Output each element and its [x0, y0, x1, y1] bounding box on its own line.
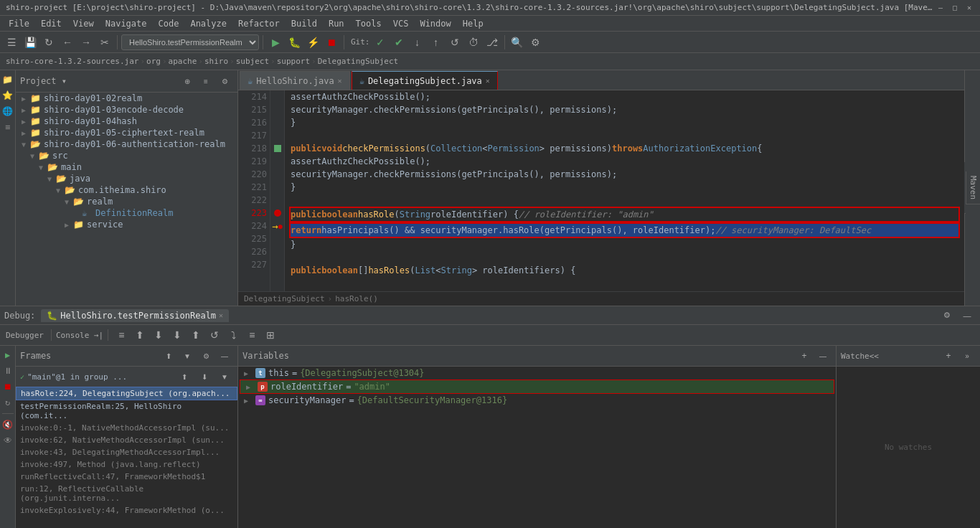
- variables-hide-btn[interactable]: —: [814, 347, 831, 364]
- bc-org[interactable]: org: [146, 57, 161, 66]
- thread-filter-btn[interactable]: ▼: [216, 368, 233, 385]
- menu-run[interactable]: Run: [323, 16, 350, 31]
- menu-tools[interactable]: Tools: [350, 16, 387, 31]
- thread-label[interactable]: "main"@1 in group ...: [27, 372, 127, 382]
- toolbar-forward-button[interactable]: →: [77, 34, 95, 51]
- bc-subject[interactable]: subject: [236, 57, 269, 66]
- debug-view-icon[interactable]: 👁: [1, 434, 14, 447]
- debug-button[interactable]: 🐛: [286, 34, 303, 51]
- tree-item-03encode[interactable]: ▶ 📁 shiro-day01-03encode-decode: [16, 104, 237, 116]
- git-revert-button[interactable]: ↺: [446, 34, 463, 51]
- run-button[interactable]: ▶: [267, 34, 284, 51]
- git-history-button[interactable]: ⏱: [465, 34, 482, 51]
- debug-step-out-btn[interactable]: ⬆: [187, 326, 204, 344]
- tree-item-06auth[interactable]: ▼ 📂 shiro-day01-06-authentication-realm: [16, 138, 237, 150]
- tab-helloshiro-close[interactable]: ✕: [338, 77, 342, 85]
- run-coverage-button[interactable]: ⚡: [304, 34, 321, 51]
- frame-item-hasrole[interactable]: hasRole:224, DelegatingSubject (org.apac…: [16, 387, 237, 400]
- stop-button[interactable]: ⏹: [323, 34, 340, 51]
- menu-navigate[interactable]: Navigate: [100, 16, 153, 31]
- menu-view[interactable]: View: [67, 16, 100, 31]
- search-button[interactable]: 🔍: [509, 34, 526, 51]
- frame-item-run12[interactable]: run:12, ReflectiveCallable (org.junit.in…: [16, 483, 237, 504]
- menu-build[interactable]: Build: [286, 16, 323, 31]
- frame-item-invoke497[interactable]: invoke:497, Method (java.lang.reflect): [16, 458, 237, 471]
- bc-delegating-class[interactable]: DelegatingSubject: [244, 294, 325, 303]
- debug-step-over-btn[interactable]: ⬆: [131, 326, 149, 344]
- run-config-selector[interactable]: HelloShiro.testPermissionRealm: [121, 34, 259, 50]
- favorites-icon[interactable]: ⭐: [1, 89, 14, 102]
- git-check-button[interactable]: ✓: [372, 34, 389, 51]
- minimize-button[interactable]: —: [936, 3, 946, 13]
- debug-step-into-btn[interactable]: ⬇: [150, 326, 167, 344]
- sidebar-collapse-button[interactable]: ≡: [197, 72, 215, 90]
- toolbar-sync-button[interactable]: ↻: [40, 34, 57, 51]
- tree-item-definition-realm[interactable]: ☕ DefinitionRealm: [16, 207, 237, 219]
- thread-up-btn[interactable]: ⬆: [176, 368, 193, 385]
- web-icon[interactable]: 🌐: [1, 105, 14, 118]
- sidebar-scope-button[interactable]: ⊕: [179, 72, 196, 90]
- tree-item-04hash[interactable]: ▶ 📁 shiro-day01-04hash: [16, 116, 237, 127]
- variables-add-btn[interactable]: +: [796, 347, 813, 364]
- toolbar-save-button[interactable]: 💾: [22, 34, 39, 51]
- tree-item-realm[interactable]: ▼ 📂 realm: [16, 196, 237, 207]
- menu-code[interactable]: Code: [153, 16, 185, 31]
- structure-icon[interactable]: ≡: [1, 121, 14, 133]
- debug-restart-icon[interactable]: ↻: [1, 396, 14, 409]
- menu-file[interactable]: File: [3, 16, 35, 31]
- tab-delegating[interactable]: ☕ DelegatingSubject.java ✕: [352, 71, 498, 90]
- debug-frames-btn[interactable]: ≡: [243, 326, 260, 344]
- debugger-tab[interactable]: Debugger: [3, 331, 47, 340]
- settings-button[interactable]: ⚙: [527, 34, 545, 51]
- bc-hasrole-method[interactable]: hasRole(): [335, 294, 378, 303]
- thread-down-btn[interactable]: ⬇: [196, 368, 213, 385]
- tree-item-main[interactable]: ▼ 📂 main: [16, 161, 237, 173]
- debug-tab-helloshiro[interactable]: 🐛 HelloShiro.testPermissionRealm ✕: [41, 309, 229, 322]
- debug-run-cursor-btn[interactable]: ↺: [206, 326, 223, 344]
- frame-item-invoke0[interactable]: invoke:0:-1, NativeMethodAccessorImpl (s…: [16, 422, 237, 434]
- git-tick-button[interactable]: ✔: [390, 34, 407, 51]
- code-editor[interactable]: assertAuthzCheckPossible(); securityMana…: [285, 90, 964, 291]
- menu-window[interactable]: Window: [414, 16, 456, 31]
- git-push-button[interactable]: ↑: [428, 34, 445, 51]
- frames-settings-btn[interactable]: ⚙: [197, 347, 215, 364]
- debug-force-step-btn[interactable]: ⬇: [169, 326, 186, 344]
- debug-mute-icon[interactable]: 🔇: [1, 418, 14, 431]
- menu-edit[interactable]: Edit: [35, 16, 67, 31]
- tree-item-java[interactable]: ▼ 📂 java: [16, 173, 237, 184]
- bc-jar[interactable]: shiro-core-1.3.2-sources.jar: [6, 57, 138, 66]
- debug-pause-icon[interactable]: ⏸: [1, 364, 14, 377]
- debug-stop-icon[interactable]: ⏹: [1, 380, 14, 393]
- watches-add-btn[interactable]: +: [940, 347, 957, 364]
- debug-evaluate-btn[interactable]: ⤵: [225, 326, 242, 344]
- frame-item-invoke43[interactable]: invoke:43, DelegatingMethodAccessorImpl.…: [16, 446, 237, 458]
- debug-hide-button[interactable]: —: [958, 307, 976, 324]
- frames-export-btn[interactable]: ⬆: [160, 347, 177, 364]
- frames-hide-btn[interactable]: —: [216, 347, 233, 364]
- watches-hide-btn[interactable]: »: [958, 347, 976, 364]
- sidebar-settings-button[interactable]: ⚙: [216, 72, 233, 90]
- menu-help[interactable]: Help: [457, 16, 489, 31]
- tab-delegating-close[interactable]: ✕: [486, 77, 490, 85]
- frame-item-reflect47[interactable]: runReflectiveCall:47, FrameworkMethod$1: [16, 471, 237, 483]
- tree-item-02realm[interactable]: ▶ 📁 shiro-day01-02realm: [16, 93, 237, 104]
- toolbar-back-button[interactable]: ←: [59, 34, 76, 51]
- tree-item-src[interactable]: ▼ 📂 src: [16, 150, 237, 161]
- maven-panel-button[interactable]: Maven: [966, 171, 980, 204]
- debug-vars-btn[interactable]: ⊞: [262, 326, 279, 344]
- toolbar-cut-button[interactable]: ✂: [96, 34, 113, 51]
- var-item-security[interactable]: ▶ ∞ securityManager = {DefaultSecurityMa…: [238, 394, 836, 407]
- menu-refactor[interactable]: Refactor: [232, 16, 286, 31]
- git-branch-button[interactable]: ⎇: [484, 34, 501, 51]
- project-icon[interactable]: 📁: [1, 73, 14, 86]
- debug-resume-icon[interactable]: ▶: [1, 349, 14, 362]
- frames-filter-btn[interactable]: ▼: [179, 347, 196, 364]
- frame-item-invoke62[interactable]: invoke:62, NativeMethodAccessorImpl (sun…: [16, 434, 237, 446]
- menu-vcs[interactable]: VCS: [387, 16, 415, 31]
- tree-item-05cipher[interactable]: ▶ 📁 shiro-day01-05-ciphertext-realm: [16, 127, 237, 138]
- tree-item-com-itheima[interactable]: ▼ 📂 com.itheima.shiro: [16, 184, 237, 196]
- frame-item-test[interactable]: testPermissionRealm:25, HelloShiro (com.…: [16, 400, 237, 422]
- bc-support[interactable]: support: [277, 57, 310, 66]
- tree-item-service[interactable]: ▶ 📁 service: [16, 219, 237, 230]
- breakpoint-223[interactable]: [274, 209, 281, 217]
